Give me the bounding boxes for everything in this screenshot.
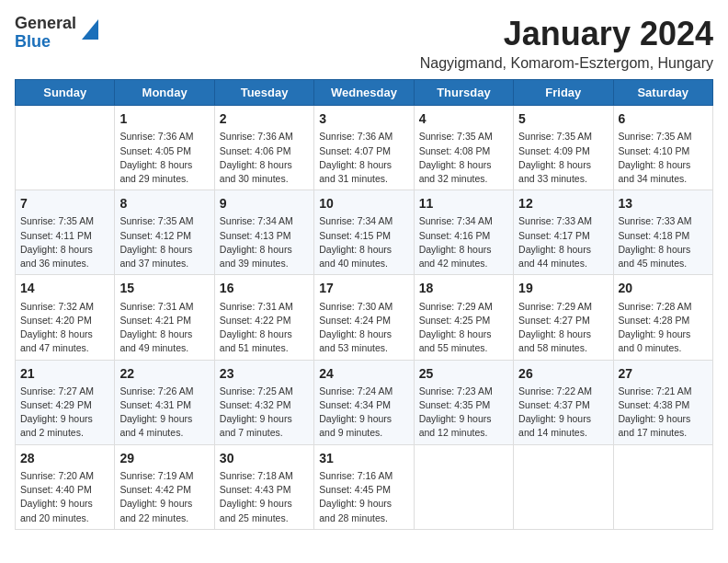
day-sunrise: Sunrise: 7:33 AM (518, 214, 608, 228)
day-daylight: Daylight: 8 hours and 45 minutes. (619, 243, 708, 270)
day-number: 11 (419, 194, 508, 213)
day-sunset: Sunset: 4:17 PM (518, 229, 608, 243)
day-daylight: Daylight: 8 hours and 32 minutes. (419, 158, 508, 186)
calendar-day-cell: 31 Sunrise: 7:16 AM Sunset: 4:45 PM Dayl… (314, 444, 414, 529)
calendar-day-cell: 11 Sunrise: 7:34 AM Sunset: 4:16 PM Dayl… (414, 190, 513, 275)
calendar-header: Sunday Monday Tuesday Wednesday Thursday… (16, 80, 713, 106)
day-daylight: Daylight: 8 hours and 34 minutes. (619, 158, 708, 186)
day-number: 16 (220, 279, 309, 297)
col-saturday: Saturday (613, 80, 712, 106)
day-sunset: Sunset: 4:06 PM (220, 144, 309, 158)
day-number: 8 (119, 194, 209, 213)
day-sunset: Sunset: 4:10 PM (619, 144, 708, 158)
calendar-week-row: 21 Sunrise: 7:27 AM Sunset: 4:29 PM Dayl… (16, 360, 713, 444)
day-sunset: Sunset: 4:16 PM (419, 229, 508, 243)
day-number: 1 (119, 109, 209, 128)
day-sunrise: Sunrise: 7:36 AM (220, 130, 309, 144)
day-sunset: Sunset: 4:21 PM (119, 314, 209, 327)
day-number: 19 (518, 279, 608, 297)
day-daylight: Daylight: 8 hours and 39 minutes. (220, 243, 309, 270)
day-number: 20 (619, 279, 708, 297)
calendar-table: Sunday Monday Tuesday Wednesday Thursday… (15, 79, 713, 530)
calendar-day-cell: 8 Sunrise: 7:35 AM Sunset: 4:12 PM Dayli… (115, 190, 214, 275)
day-number: 13 (619, 194, 708, 213)
calendar-body: 1 Sunrise: 7:36 AM Sunset: 4:05 PM Dayli… (16, 106, 713, 530)
day-daylight: Daylight: 9 hours and 4 minutes. (119, 412, 209, 440)
day-number: 21 (20, 364, 109, 383)
calendar-day-cell (514, 444, 613, 529)
day-daylight: Daylight: 9 hours and 2 minutes. (20, 412, 109, 440)
calendar-day-cell: 22 Sunrise: 7:26 AM Sunset: 4:31 PM Dayl… (115, 360, 214, 444)
calendar-day-cell: 28 Sunrise: 7:20 AM Sunset: 4:40 PM Dayl… (16, 444, 115, 529)
day-sunset: Sunset: 4:12 PM (119, 229, 209, 243)
day-number: 5 (518, 109, 608, 128)
day-daylight: Daylight: 9 hours and 17 minutes. (619, 412, 708, 440)
day-sunset: Sunset: 4:20 PM (20, 314, 109, 327)
day-number: 26 (518, 364, 608, 383)
day-sunset: Sunset: 4:15 PM (319, 229, 408, 243)
day-daylight: Daylight: 9 hours and 9 minutes. (319, 412, 408, 440)
day-number: 18 (419, 279, 508, 297)
day-sunset: Sunset: 4:05 PM (119, 144, 209, 158)
calendar-title: January 2024 (420, 15, 713, 53)
calendar-day-cell: 20 Sunrise: 7:28 AM Sunset: 4:28 PM Dayl… (613, 275, 712, 360)
calendar-day-cell (16, 106, 115, 190)
day-daylight: Daylight: 8 hours and 33 minutes. (518, 158, 608, 186)
calendar-subtitle: Nagyigmand, Komarom-Esztergom, Hungary (420, 55, 713, 72)
day-number: 22 (119, 364, 209, 383)
day-daylight: Daylight: 8 hours and 42 minutes. (419, 243, 508, 270)
day-sunset: Sunset: 4:22 PM (220, 314, 309, 327)
day-number: 27 (619, 364, 708, 383)
day-number: 30 (220, 449, 309, 467)
calendar-day-cell (613, 444, 712, 529)
day-daylight: Daylight: 9 hours and 20 minutes. (20, 497, 109, 524)
day-number: 28 (20, 449, 109, 467)
header-row: Sunday Monday Tuesday Wednesday Thursday… (16, 80, 713, 106)
day-daylight: Daylight: 8 hours and 29 minutes. (119, 158, 209, 186)
logo-blue: Blue (15, 32, 51, 51)
calendar-day-cell: 25 Sunrise: 7:23 AM Sunset: 4:35 PM Dayl… (414, 360, 513, 444)
day-daylight: Daylight: 9 hours and 7 minutes. (220, 412, 309, 440)
day-number: 3 (319, 109, 408, 128)
calendar-day-cell: 27 Sunrise: 7:21 AM Sunset: 4:38 PM Dayl… (613, 360, 712, 444)
day-sunset: Sunset: 4:24 PM (319, 314, 408, 327)
calendar-day-cell: 6 Sunrise: 7:35 AM Sunset: 4:10 PM Dayli… (613, 106, 712, 190)
calendar-day-cell: 17 Sunrise: 7:30 AM Sunset: 4:24 PM Dayl… (314, 275, 414, 360)
calendar-week-row: 7 Sunrise: 7:35 AM Sunset: 4:11 PM Dayli… (16, 190, 713, 275)
day-daylight: Daylight: 8 hours and 53 minutes. (319, 327, 408, 355)
day-sunset: Sunset: 4:32 PM (220, 398, 309, 412)
day-daylight: Daylight: 9 hours and 25 minutes. (220, 497, 309, 524)
day-number: 24 (319, 364, 408, 383)
day-number: 9 (220, 194, 309, 213)
logo: General Blue (15, 15, 98, 52)
day-sunset: Sunset: 4:07 PM (319, 144, 408, 158)
col-monday: Monday (115, 80, 214, 106)
calendar-day-cell: 1 Sunrise: 7:36 AM Sunset: 4:05 PM Dayli… (115, 106, 214, 190)
day-sunset: Sunset: 4:38 PM (619, 398, 708, 412)
day-sunset: Sunset: 4:43 PM (220, 483, 309, 497)
day-number: 31 (319, 449, 408, 467)
day-sunset: Sunset: 4:28 PM (619, 314, 708, 327)
col-friday: Friday (514, 80, 613, 106)
calendar-day-cell: 7 Sunrise: 7:35 AM Sunset: 4:11 PM Dayli… (16, 190, 115, 275)
day-number: 29 (119, 449, 209, 467)
day-sunset: Sunset: 4:18 PM (619, 229, 708, 243)
calendar-day-cell: 21 Sunrise: 7:27 AM Sunset: 4:29 PM Dayl… (16, 360, 115, 444)
calendar-day-cell (414, 444, 513, 529)
day-sunrise: Sunrise: 7:24 AM (319, 385, 408, 398)
day-sunset: Sunset: 4:45 PM (319, 483, 408, 497)
day-sunrise: Sunrise: 7:22 AM (518, 385, 608, 398)
day-sunrise: Sunrise: 7:23 AM (419, 385, 508, 398)
day-daylight: Daylight: 9 hours and 12 minutes. (419, 412, 508, 440)
day-sunrise: Sunrise: 7:16 AM (319, 469, 408, 483)
day-sunrise: Sunrise: 7:34 AM (319, 214, 408, 228)
day-sunrise: Sunrise: 7:32 AM (20, 300, 109, 314)
day-daylight: Daylight: 9 hours and 14 minutes. (518, 412, 608, 440)
day-sunset: Sunset: 4:42 PM (119, 483, 209, 497)
day-sunset: Sunset: 4:34 PM (319, 398, 408, 412)
day-number: 12 (518, 194, 608, 213)
day-sunrise: Sunrise: 7:33 AM (619, 214, 708, 228)
day-sunset: Sunset: 4:40 PM (20, 483, 109, 497)
calendar-day-cell: 30 Sunrise: 7:18 AM Sunset: 4:43 PM Dayl… (214, 444, 313, 529)
day-sunset: Sunset: 4:09 PM (518, 144, 608, 158)
